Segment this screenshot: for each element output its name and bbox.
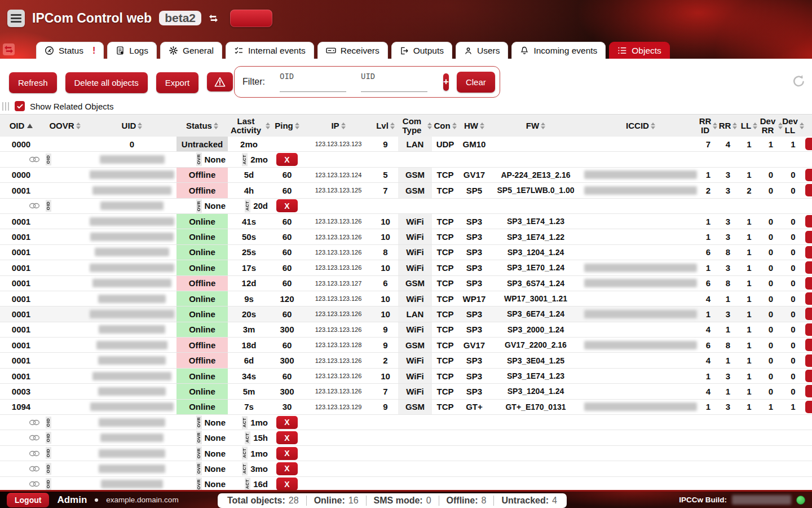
warning-button[interactable] xyxy=(207,72,233,91)
row-action-button[interactable] xyxy=(805,385,812,397)
cell-fw xyxy=(490,137,581,151)
row-action-button[interactable] xyxy=(805,354,812,367)
table-row[interactable]: OIDOVRNoneACT1moX xyxy=(0,415,812,430)
cell-empty xyxy=(783,477,804,491)
table-row[interactable]: OIDOVRNoneACT3moX xyxy=(0,461,812,476)
row-action-button[interactable] xyxy=(805,339,812,351)
column-header-dev-rr[interactable]: Dev RR xyxy=(759,117,783,135)
table-row[interactable]: OIDOVRNoneACT16dX xyxy=(0,477,812,491)
row-action-button[interactable] xyxy=(805,231,812,243)
table-row[interactable]: OIDOVRNoneACT2moX xyxy=(0,152,812,167)
table-row[interactable]: 0000Offline5d60123.123.123.1245GSMTCPGV1… xyxy=(0,168,812,183)
show-related-checkbox[interactable] xyxy=(15,101,25,111)
table-row[interactable]: 0001Online9s120123.123.123.12610WiFiTCPW… xyxy=(0,291,812,306)
cell-ip: 123.123.123.126 xyxy=(304,229,373,244)
tab-status[interactable]: Status! xyxy=(36,42,104,59)
table-row[interactable]: 0001Online50s60123.123.123.12610WiFiTCPS… xyxy=(0,229,812,244)
row-action-button[interactable] xyxy=(805,308,812,320)
remove-related-button[interactable]: X xyxy=(276,462,298,475)
tab-internal-events[interactable]: Internal events xyxy=(226,42,314,59)
sync-refresh-icon[interactable] xyxy=(791,73,806,89)
export-button[interactable]: Export xyxy=(156,72,198,93)
mini-swap-icon[interactable] xyxy=(3,43,15,55)
hamburger-menu-icon[interactable] xyxy=(7,10,25,27)
tab-general[interactable]: General xyxy=(160,42,222,59)
tab-label: Internal events xyxy=(248,46,306,56)
table-row[interactable]: 1094Online7s30123.123.123.1299GSMTCPGT+G… xyxy=(0,400,812,415)
column-header-iccid[interactable]: ICCID xyxy=(581,121,700,130)
stat-item: SMS mode:0 xyxy=(366,496,439,506)
table-row[interactable]: 0001Online41s60123.123.123.12610WiFiTCPS… xyxy=(0,214,812,229)
column-header-dev-ll[interactable]: Dev LL xyxy=(783,117,804,135)
row-action-button[interactable] xyxy=(805,277,812,290)
remove-related-button[interactable]: X xyxy=(276,199,298,212)
table-row[interactable]: 0001Online17s60123.123.123.12610WiFiTCPS… xyxy=(0,260,812,275)
tab-receivers[interactable]: Receivers xyxy=(317,42,388,59)
cell-ping: 30 xyxy=(270,400,304,414)
row-action-button[interactable] xyxy=(805,138,812,150)
row-action-button[interactable] xyxy=(805,215,812,227)
table-row[interactable]: 0001Offline12d60123.123.123.1276GSMTCPSP… xyxy=(0,276,812,291)
table-row[interactable]: 0001Offline6d300123.123.123.1262WiFiTCPS… xyxy=(0,353,812,368)
drag-handle[interactable] xyxy=(2,102,10,111)
column-header-ping[interactable]: Ping xyxy=(270,121,304,130)
column-header-oovr[interactable]: OOVR xyxy=(42,121,87,130)
remove-related-button[interactable]: X xyxy=(276,478,298,491)
remove-related-button[interactable]: X xyxy=(276,447,298,460)
table-row[interactable]: 0001Offline4h60123.123.123.1257GSMTCPSP5… xyxy=(0,183,812,198)
row-action-button[interactable] xyxy=(805,292,812,305)
tab-objects[interactable]: Objects xyxy=(609,42,670,59)
refresh-button[interactable]: Refresh xyxy=(9,72,57,93)
table-row[interactable]: 0003Online5m300123.123.123.1267WiFiTCPSP… xyxy=(0,384,812,399)
tab-incoming-events[interactable]: Incoming events xyxy=(511,42,606,59)
cell-oid: 0001 xyxy=(0,183,42,198)
tab-users[interactable]: Users xyxy=(456,42,508,59)
column-header-oid[interactable]: OID xyxy=(0,121,42,130)
table-row[interactable]: OIDOVRNoneACT20dX xyxy=(0,199,812,214)
table-row[interactable]: OIDOVRNoneACT15hX xyxy=(0,430,812,445)
column-header-rr-id[interactable]: RR ID xyxy=(700,117,717,135)
delete-all-objects-button[interactable]: Delete all objects xyxy=(65,72,148,93)
table-row[interactable]: 00000Untracked2mo123.123.123.1239LANUDPG… xyxy=(0,137,812,152)
column-header-lvl[interactable]: Lvl xyxy=(373,121,398,130)
remove-related-button[interactable]: X xyxy=(276,431,298,444)
add-filter-button[interactable]: + xyxy=(443,73,449,91)
uid-filter-input[interactable] xyxy=(361,81,427,92)
uid-redacted xyxy=(99,465,165,473)
table-row[interactable]: OIDOVRNoneACT1moX xyxy=(0,446,812,461)
column-header-hw[interactable]: HW xyxy=(458,121,490,130)
row-action-button[interactable] xyxy=(805,184,812,196)
column-header-last-activity[interactable]: Last Activity xyxy=(228,117,270,135)
cell-ll: 1 xyxy=(739,291,759,306)
row-action-button[interactable] xyxy=(805,401,812,413)
logout-button[interactable]: Logout xyxy=(7,493,49,507)
column-header-ip[interactable]: IP xyxy=(304,121,373,130)
clear-filter-button[interactable]: Clear xyxy=(457,72,495,93)
table-row[interactable]: 0001Online20s60123.123.123.12610LANTCPSP… xyxy=(0,306,812,322)
column-header-rr[interactable]: RR xyxy=(717,121,739,130)
oid-filter-input[interactable] xyxy=(280,81,346,92)
row-action-button[interactable] xyxy=(805,323,812,336)
ovr-badge: OVR xyxy=(196,431,202,444)
header-redacted-button[interactable] xyxy=(230,10,272,27)
column-header-fw[interactable]: FW xyxy=(490,121,581,130)
table-row[interactable]: 0001Online25s60123.123.123.1268WiFiTCPSP… xyxy=(0,245,812,260)
cell-oovr xyxy=(42,214,87,229)
table-row[interactable]: 0001Offline18d60123.123.123.1289GSMTCPGV… xyxy=(0,338,812,353)
tab-outputs[interactable]: Outputs xyxy=(391,42,452,59)
column-header-com-type[interactable]: Com Type xyxy=(398,117,432,135)
remove-related-button[interactable]: X xyxy=(276,416,298,429)
remove-related-button[interactable]: X xyxy=(276,153,298,166)
table-row[interactable]: 0001Online34s60123.123.123.12610WiFiTCPS… xyxy=(0,369,812,384)
row-action-button[interactable] xyxy=(805,370,812,382)
column-header-uid[interactable]: UID xyxy=(87,121,176,130)
row-action-button[interactable] xyxy=(805,246,812,259)
column-header-ll[interactable]: LL xyxy=(739,121,759,130)
tab-logs[interactable]: Logs xyxy=(107,42,157,59)
table-row[interactable]: 0001Online3m300123.123.123.1269WiFiTCPSP… xyxy=(0,322,812,338)
cell-hw: WP17 xyxy=(458,291,490,306)
column-header-status[interactable]: Status xyxy=(176,121,228,130)
row-action-button[interactable] xyxy=(805,261,812,274)
column-header-con[interactable]: Con xyxy=(432,121,458,130)
row-action-button[interactable] xyxy=(805,169,812,181)
